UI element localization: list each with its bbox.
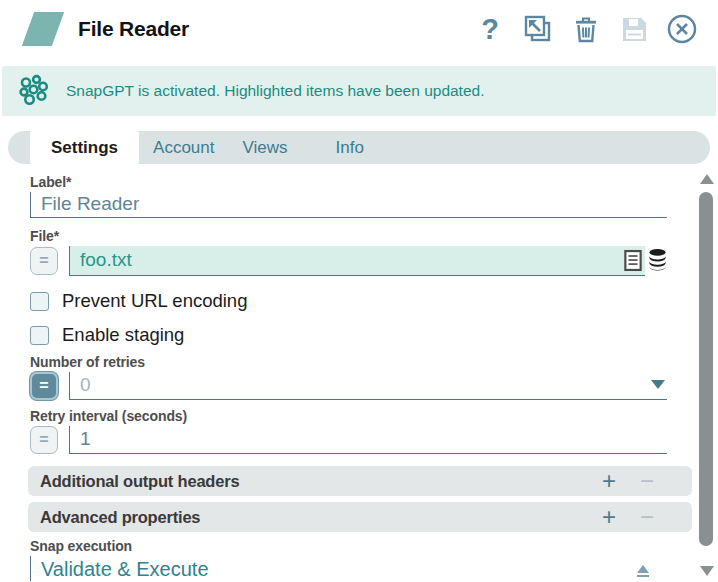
- label-input[interactable]: [30, 192, 667, 218]
- enable-staging-checkbox[interactable]: [30, 326, 49, 345]
- document-icon: [624, 249, 642, 272]
- retries-select: [69, 372, 667, 400]
- equals-icon: =: [39, 377, 48, 395]
- prevent-url-checkbox[interactable]: [30, 292, 49, 311]
- interval-expression-toggle[interactable]: =: [30, 426, 58, 454]
- enable-staging-label: Enable staging: [62, 324, 184, 346]
- dialog-header: File Reader ?: [0, 0, 718, 58]
- equals-icon: =: [39, 431, 48, 449]
- header-actions: ?: [474, 13, 698, 45]
- file-expression-toggle[interactable]: =: [30, 247, 58, 275]
- accordion-title: Additional output headers: [40, 472, 239, 491]
- file-input[interactable]: [70, 247, 619, 275]
- remove-row-icon[interactable]: −: [640, 505, 654, 529]
- tab-settings[interactable]: Settings: [30, 131, 139, 164]
- suggest-button[interactable]: [624, 249, 642, 276]
- accordion-title: Advanced properties: [40, 508, 200, 527]
- snap-settings-dialog: File Reader ?: [0, 0, 718, 581]
- label-field-label: Label*: [30, 174, 667, 190]
- file-input-highlighted: [69, 246, 645, 276]
- dialog-title: File Reader: [78, 17, 189, 41]
- add-row-icon[interactable]: +: [602, 505, 616, 529]
- interval-input[interactable]: [69, 426, 667, 454]
- trash-icon: [571, 14, 601, 44]
- banner-message: SnapGPT is activated. Highlighted items …: [66, 82, 484, 100]
- interval-field-row: =: [30, 426, 667, 454]
- execution-value: Validate & Execute: [41, 558, 209, 581]
- label-field-row: [30, 192, 667, 218]
- close-icon: [666, 13, 698, 45]
- add-row-icon[interactable]: +: [602, 469, 616, 493]
- file-field-label: File*: [30, 228, 667, 244]
- prevent-url-row: Prevent URL encoding: [30, 290, 667, 312]
- accordion-advanced-properties[interactable]: Advanced properties + −: [28, 502, 692, 532]
- enable-staging-row: Enable staging: [30, 324, 667, 346]
- help-button[interactable]: ?: [474, 13, 506, 45]
- tab-views[interactable]: Views: [229, 131, 302, 164]
- accordion-actions: + −: [602, 469, 654, 493]
- scroll-down-icon[interactable]: [700, 566, 714, 576]
- save-button[interactable]: [618, 13, 650, 45]
- settings-panel: Label* File* =: [0, 164, 718, 581]
- close-button[interactable]: [666, 13, 698, 45]
- vertical-scrollbar[interactable]: [698, 170, 715, 582]
- popout-button[interactable]: [522, 13, 554, 45]
- interval-field-label: Retry interval (seconds): [30, 408, 667, 424]
- scrollbar-thumb[interactable]: [699, 192, 713, 546]
- equals-icon: =: [39, 252, 48, 270]
- snapgpt-icon: [16, 74, 50, 108]
- retries-expression-toggle[interactable]: =: [30, 372, 58, 400]
- accordion-actions: + −: [602, 505, 654, 529]
- file-field-row: =: [30, 246, 667, 276]
- select-toggle-icon[interactable]: [636, 565, 650, 577]
- snapgpt-banner: SnapGPT is activated. Highlighted items …: [2, 66, 716, 116]
- tab-account[interactable]: Account: [139, 131, 228, 164]
- execution-select[interactable]: Validate & Execute: [30, 556, 650, 581]
- popout-icon: [523, 14, 553, 44]
- scroll-up-icon[interactable]: [700, 174, 714, 184]
- retries-input[interactable]: [69, 372, 667, 400]
- tab-bar: Settings Account Views Info: [8, 131, 710, 164]
- snap-shape-icon: [22, 12, 64, 46]
- retries-field-label: Number of retries: [30, 354, 667, 370]
- chevron-down-icon[interactable]: [651, 380, 665, 389]
- prevent-url-label: Prevent URL encoding: [62, 290, 247, 312]
- retries-field-row: =: [30, 372, 667, 400]
- execution-field-row: Validate & Execute: [30, 556, 650, 581]
- execution-field-label: Snap execution: [30, 538, 667, 554]
- browse-files-button[interactable]: [648, 248, 667, 275]
- tab-info[interactable]: Info: [322, 131, 378, 164]
- remove-row-icon[interactable]: −: [640, 469, 654, 493]
- save-icon: [619, 14, 649, 44]
- accordion-output-headers[interactable]: Additional output headers + −: [28, 466, 692, 496]
- help-icon: ?: [481, 15, 499, 44]
- database-icon: [648, 248, 667, 271]
- delete-button[interactable]: [570, 13, 602, 45]
